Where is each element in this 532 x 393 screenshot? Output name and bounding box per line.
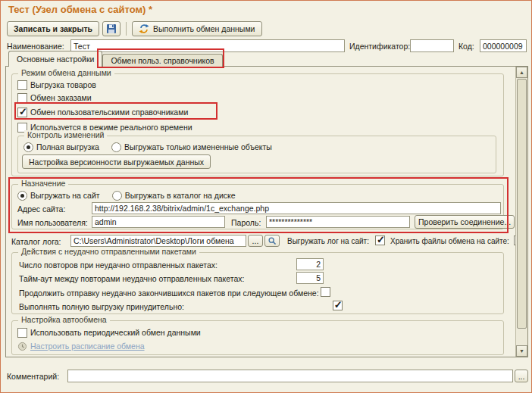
vertical-scrollbar[interactable]: ▲ ▼ <box>515 67 527 357</box>
schedule-exchange-link[interactable]: Настроить расписание обмена <box>30 342 145 351</box>
log-dir-browse-button[interactable]: ... <box>248 235 263 247</box>
code-input[interactable] <box>480 39 527 52</box>
force-full-label: Выполнять полную выгрузку принудительно: <box>19 302 184 311</box>
scroll-down-icon: ▼ <box>519 348 524 354</box>
schedule-row: Настроить расписание обмена <box>17 340 145 352</box>
name-label: Наименование: <box>7 42 64 51</box>
continue-failed-checkbox[interactable] <box>321 287 330 297</box>
save-button[interactable] <box>102 21 120 36</box>
autoexchange-group-title: Настройка автообмена <box>18 315 110 324</box>
password-input[interactable] <box>266 216 410 228</box>
continue-failed-label: Продолжить отправку неудачно закончивших… <box>19 289 319 298</box>
upload-to-site-label: Выгружать на сайт <box>30 191 100 200</box>
identifier-label: Идентификатор: <box>349 42 410 51</box>
save-and-close-button[interactable]: Записать и закрыть <box>7 21 99 36</box>
upload-log-label: Выгружать лог на сайт: <box>287 237 369 245</box>
user-refs-checkbox-checked[interactable] <box>17 108 27 117</box>
periodic-exchange-label: Использовать периодический обмен данными <box>30 328 201 337</box>
retries-label: Число повторов при неудачно отправленных… <box>19 260 217 270</box>
upload-log-checkbox-checked[interactable] <box>375 235 385 245</box>
timeout-label: Тайм-аут между повторами неудачно отправ… <box>19 274 244 283</box>
name-input[interactable] <box>70 39 345 52</box>
destination-radios: Выгружать на сайт Выгружать в каталог на… <box>17 189 236 201</box>
username-input[interactable] <box>92 216 225 228</box>
orders-checkbox[interactable] <box>17 93 27 103</box>
comment-browse-button[interactable]: ... <box>515 370 528 382</box>
comment-input[interactable] <box>67 370 513 382</box>
orders-row: Обмен заказами <box>17 92 92 104</box>
upload-to-disk-radio[interactable] <box>112 191 122 201</box>
scrollbar-thumb[interactable] <box>517 79 527 329</box>
force-full-checkbox-checked[interactable] <box>333 301 343 310</box>
floppy-icon <box>106 23 117 34</box>
orders-label: Обмен заказами <box>30 93 92 102</box>
comment-label: Комментарий: <box>7 372 59 381</box>
username-label: Имя пользователя: <box>17 218 88 227</box>
scroll-up-button[interactable]: ▲ <box>516 67 527 78</box>
changed-only-radio[interactable] <box>111 142 121 152</box>
run-exchange-button[interactable]: Выполнить обмен данными <box>132 21 261 36</box>
store-files-label: Хранить файлы обмена на сайте: <box>390 237 509 245</box>
user-refs-label: Обмен пользовательскими справочниками <box>30 108 188 117</box>
window-title: Тест (Узел обмена с сайтом) * <box>8 4 152 15</box>
failed-packets-group-title: Действия с неудачно отправленными пакета… <box>18 247 199 256</box>
scroll-down-button[interactable]: ▼ <box>516 345 527 357</box>
scroll-up-icon: ▲ <box>519 70 524 75</box>
clock-icon <box>17 342 27 351</box>
tab-user-refs-exchange[interactable]: Обмен польз. справочников <box>102 54 222 67</box>
log-dir-input[interactable] <box>70 235 246 247</box>
periodic-exchange-checkbox[interactable] <box>17 328 27 338</box>
upload-to-site-radio-selected[interactable] <box>17 191 27 201</box>
identifier-input[interactable] <box>410 39 454 52</box>
log-dir-search-button[interactable] <box>264 235 280 247</box>
tab-bar: Основные настройки Обмен польз. справочн… <box>8 51 223 67</box>
versioning-settings-button[interactable]: Настройка версионности выгружаемых данны… <box>22 154 211 169</box>
retries-input[interactable] <box>296 258 324 270</box>
goods-checkbox[interactable] <box>17 80 27 90</box>
timeout-input[interactable] <box>296 272 324 284</box>
change-control-group-title: Контроль изменений <box>24 130 107 139</box>
password-label: Пароль: <box>231 218 261 227</box>
sync-arrows-icon <box>139 23 149 34</box>
check-connection-button[interactable]: Проверить соединение... <box>415 215 515 229</box>
toolbar-separator <box>126 22 127 36</box>
site-address-label: Адрес сайта: <box>17 204 65 214</box>
toolbar: Записать и закрыть Выполнить обмен данны… <box>7 20 262 37</box>
goods-label: Выгрузка товаров <box>30 80 96 89</box>
change-control-radios: Полная выгрузка Выгружать только изменен… <box>23 141 272 153</box>
user-refs-row: Обмен пользовательскими справочниками <box>17 106 188 118</box>
magnifier-icon <box>268 236 277 245</box>
site-address-input[interactable] <box>92 202 501 214</box>
run-exchange-label: Выполнить обмен данными <box>153 24 255 33</box>
periodic-row: Использовать периодический обмен данными <box>17 326 201 338</box>
goods-row: Выгрузка товаров <box>17 79 96 91</box>
destination-group-title: Назначение <box>18 179 68 188</box>
full-upload-label: Полная выгрузка <box>36 142 99 151</box>
exchange-mode-group-title: Режим обмена данными <box>18 68 114 77</box>
exchange-node-window: Тест (Узел обмена с сайтом) * Записать и… <box>0 0 532 393</box>
upload-to-disk-label: Выгружать в каталог на диске <box>125 191 236 200</box>
code-label: Код: <box>458 42 474 51</box>
tab-main-settings[interactable]: Основные настройки <box>8 51 102 67</box>
changed-only-label: Выгружать только измененные объекты <box>124 142 272 151</box>
full-upload-radio-selected[interactable] <box>23 142 33 152</box>
log-dir-label: Каталог лога: <box>11 237 61 246</box>
